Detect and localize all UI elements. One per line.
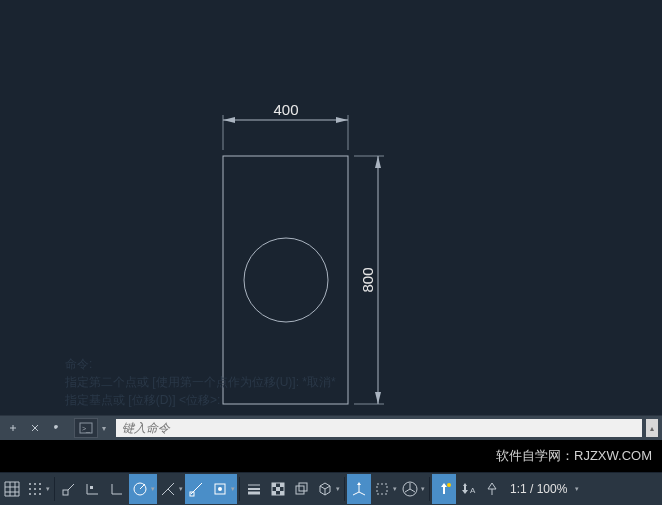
svg-point-24 (29, 493, 31, 495)
transparency-toggle[interactable] (266, 474, 290, 504)
iso-draft-toggle[interactable]: ▾ (157, 474, 185, 504)
svg-point-39 (218, 487, 222, 491)
3d-osnap-toggle[interactable]: ▾ (314, 474, 342, 504)
svg-rect-47 (272, 491, 276, 495)
gizmo-toggle[interactable]: ▾ (399, 474, 427, 504)
svg-marker-3 (223, 117, 235, 123)
svg-text:A: A (470, 486, 476, 495)
ortho-toggle[interactable] (105, 474, 129, 504)
object-snap-toggle[interactable]: ▾ (209, 474, 237, 504)
infer-constraints-toggle[interactable] (57, 474, 81, 504)
svg-rect-48 (280, 491, 284, 495)
command-bar: >_ ▾ ▴ (0, 415, 662, 440)
command-expand-icon[interactable]: ▴ (646, 419, 658, 437)
drawing-canvas[interactable]: 400 800 命令: 指定第二个点或 [使用第一个点作为位移(U)]: *取消… (0, 0, 662, 415)
zoom-dropdown-arrow[interactable]: ▾ (575, 485, 579, 493)
svg-line-33 (140, 484, 145, 489)
svg-rect-46 (276, 487, 280, 491)
dynamic-ucs-toggle[interactable] (347, 474, 371, 504)
command-pin-icon[interactable] (4, 419, 22, 437)
svg-rect-45 (280, 483, 284, 487)
polar-tracking-toggle[interactable]: ▾ (129, 474, 157, 504)
osnap-tracking-toggle[interactable] (185, 474, 209, 504)
svg-rect-27 (63, 490, 68, 495)
lineweight-toggle[interactable] (242, 474, 266, 504)
command-wrench-icon[interactable] (48, 419, 66, 437)
annotation-visibility-toggle[interactable] (432, 474, 456, 504)
command-close-icon[interactable] (26, 419, 44, 437)
selection-filter-toggle[interactable]: ▾ (371, 474, 399, 504)
svg-point-22 (34, 488, 36, 490)
svg-point-1 (244, 238, 328, 322)
svg-point-25 (34, 493, 36, 495)
svg-point-21 (29, 488, 31, 490)
command-input[interactable] (116, 419, 642, 437)
zoom-level[interactable]: 1:1 / 100% (504, 482, 573, 496)
status-bar: ▾ ▾ ▾ ▾ ▾ ▾ ▾ (0, 472, 662, 505)
command-history: 命令: 指定第二个点或 [使用第一个点作为位移(U)]: *取消* 指定基点或 … (65, 355, 336, 409)
svg-marker-51 (357, 482, 361, 485)
svg-rect-44 (272, 483, 276, 487)
dynamic-input-toggle[interactable] (81, 474, 105, 504)
svg-point-19 (34, 483, 36, 485)
svg-point-23 (39, 488, 41, 490)
grid-toggle[interactable] (0, 474, 24, 504)
dim-width-label: 400 (273, 101, 298, 118)
svg-rect-49 (296, 486, 304, 494)
annotation-scale-toggle[interactable] (480, 474, 504, 504)
svg-line-28 (68, 484, 74, 490)
svg-point-54 (447, 483, 451, 487)
svg-point-20 (39, 483, 41, 485)
selection-cycling-toggle[interactable] (290, 474, 314, 504)
svg-marker-8 (375, 156, 381, 168)
watermark-text: 软件自学网：RJZXW.COM (496, 447, 652, 465)
watermark-bar: 软件自学网：RJZXW.COM (0, 440, 662, 472)
svg-text:>_: >_ (82, 425, 90, 433)
svg-rect-52 (377, 484, 387, 494)
svg-line-35 (168, 489, 174, 495)
svg-marker-9 (375, 392, 381, 404)
drawing-svg: 400 800 (0, 0, 662, 415)
svg-point-18 (29, 483, 31, 485)
svg-rect-31 (90, 486, 93, 489)
svg-rect-50 (299, 483, 307, 491)
svg-point-26 (39, 493, 41, 495)
command-dropdown-arrow[interactable]: ▾ (98, 424, 110, 433)
dim-height-label: 800 (359, 267, 376, 292)
svg-marker-4 (336, 117, 348, 123)
command-prompt-icon[interactable]: >_ (74, 418, 98, 438)
snap-mode-toggle[interactable]: ▾ (24, 474, 52, 504)
auto-scale-toggle[interactable]: A (456, 474, 480, 504)
